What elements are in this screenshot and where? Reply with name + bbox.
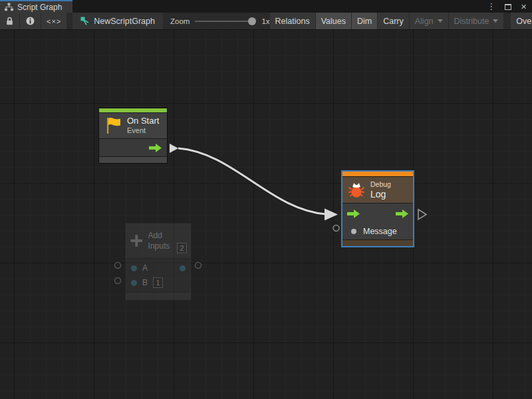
bug-icon — [348, 181, 365, 198]
distribute-label: Distribute — [454, 17, 489, 26]
on-start-footer — [99, 156, 167, 163]
graph-asset-icon — [80, 17, 90, 26]
row-b-label: B — [142, 278, 148, 287]
ghost-input-socket-a[interactable] — [115, 263, 121, 269]
row-b-value-field[interactable]: 1 — [153, 277, 163, 288]
info-button[interactable] — [20, 13, 41, 30]
flow-output-arrow-icon[interactable] — [149, 144, 162, 152]
port-b-icon[interactable] — [131, 280, 137, 286]
window-controls: ⋮ × — [487, 0, 532, 13]
tab-script-graph[interactable]: Script Graph — [0, 0, 72, 13]
values-label: Values — [321, 17, 346, 26]
toolbar-right-group: Relations Values Dim Carry Align Distrib… — [270, 13, 532, 30]
maximize-icon[interactable] — [505, 1, 511, 13]
toolbar-gap — [504, 13, 511, 30]
message-port-icon[interactable] — [351, 229, 356, 234]
debug-log-header: Debug Log — [342, 176, 413, 203]
add-inputs-title: Add Inputs — [148, 230, 172, 251]
carry-label: Carry — [383, 17, 404, 26]
debug-log-message-row: Message — [342, 224, 413, 239]
zoom-slider-track — [195, 21, 256, 22]
node-on-start[interactable]: On Start Event — [98, 108, 168, 164]
message-input-socket[interactable] — [333, 225, 339, 231]
overview-button[interactable]: Overview — [511, 13, 532, 30]
graph-name: NewScriptGraph — [94, 17, 155, 26]
log-output-socket[interactable] — [418, 209, 426, 219]
zoom-value: 1x — [261, 17, 269, 25]
tab-bar: Script Graph ⋮ × — [0, 0, 532, 13]
on-start-title: On Start — [127, 116, 159, 126]
relations-label: Relations — [275, 17, 310, 26]
distribute-dropdown[interactable]: Distribute — [449, 13, 505, 30]
debug-log-footer — [342, 239, 413, 246]
info-icon — [26, 17, 35, 25]
node-add-inputs-ghost[interactable]: Add Inputs 2 A B 1 — [125, 223, 192, 301]
overview-label: Overview — [516, 17, 532, 26]
add-inputs-body: A B 1 — [126, 258, 191, 292]
align-dropdown[interactable]: Align — [410, 13, 449, 30]
values-button[interactable]: Values — [316, 13, 352, 30]
port-out-icon[interactable] — [180, 265, 186, 271]
connection-wire[interactable] — [178, 148, 326, 214]
on-start-body — [99, 138, 167, 156]
zoom-slider-handle[interactable] — [248, 17, 256, 25]
lock-icon — [6, 17, 13, 25]
row-a-label: A — [142, 263, 148, 273]
dim-label: Dim — [357, 17, 372, 26]
debug-log-titles: Debug Log — [370, 180, 391, 200]
flag-icon — [104, 116, 122, 135]
add-inputs-footer — [126, 292, 191, 300]
graph-canvas[interactable]: On Start Event Debug — [0, 30, 532, 399]
debug-log-body: Message — [342, 203, 413, 239]
add-inputs-count-field[interactable]: 2 — [177, 243, 187, 253]
dim-button[interactable]: Dim — [352, 13, 378, 30]
zoom-control: Zoom 1x — [170, 17, 270, 25]
lock-button[interactable] — [0, 13, 20, 30]
flow-input-arrow-icon[interactable] — [347, 209, 360, 218]
ghost-input-socket-b[interactable] — [115, 278, 121, 284]
relations-button[interactable]: Relations — [270, 13, 316, 30]
flow-output-arrow-icon[interactable] — [396, 209, 408, 218]
carry-button[interactable]: Carry — [378, 13, 410, 30]
close-icon[interactable]: × — [521, 1, 527, 11]
code-icon: <×> — [47, 17, 61, 25]
hierarchy-icon — [5, 3, 13, 11]
on-start-titles: On Start Event — [127, 116, 159, 135]
tab-title: Script Graph — [17, 3, 62, 12]
ghost-output-socket[interactable] — [196, 263, 201, 269]
message-label: Message — [363, 227, 397, 236]
zoom-slider[interactable] — [195, 17, 256, 25]
debug-log-flow-row — [342, 203, 413, 224]
on-start-subtitle: Event — [127, 126, 159, 135]
on-start-header: On Start Event — [99, 112, 167, 138]
add-inputs-row-a: A — [126, 261, 191, 275]
align-label: Align — [415, 17, 434, 26]
node-debug-log[interactable]: Debug Log Message — [341, 170, 414, 247]
code-view-button[interactable]: <×> — [41, 13, 67, 30]
graph-toolbar: <×> NewScriptGraph Zoom 1x Relations Val… — [0, 13, 532, 30]
wire-destination-arrow[interactable] — [325, 209, 338, 221]
script-graph-window: Script Graph ⋮ × <×> — [0, 0, 532, 399]
add-inputs-row-b: B 1 — [126, 275, 191, 290]
maximize-box — [505, 4, 511, 10]
dropdown-caret-icon — [493, 19, 498, 23]
debug-log-title: Log — [370, 189, 391, 200]
connections-overlay — [0, 30, 532, 399]
zoom-label: Zoom — [170, 17, 190, 25]
plus-icon — [130, 232, 144, 249]
debug-log-accent-strip — [342, 172, 413, 176]
debug-log-category: Debug — [370, 180, 391, 189]
wire-source-arrow[interactable] — [170, 144, 178, 153]
port-a-icon[interactable] — [131, 265, 137, 271]
graph-name-button[interactable]: NewScriptGraph — [72, 13, 164, 30]
dropdown-caret-icon — [438, 19, 443, 23]
add-inputs-header: Add Inputs 2 — [126, 223, 191, 258]
menu-icon[interactable]: ⋮ — [487, 2, 495, 11]
